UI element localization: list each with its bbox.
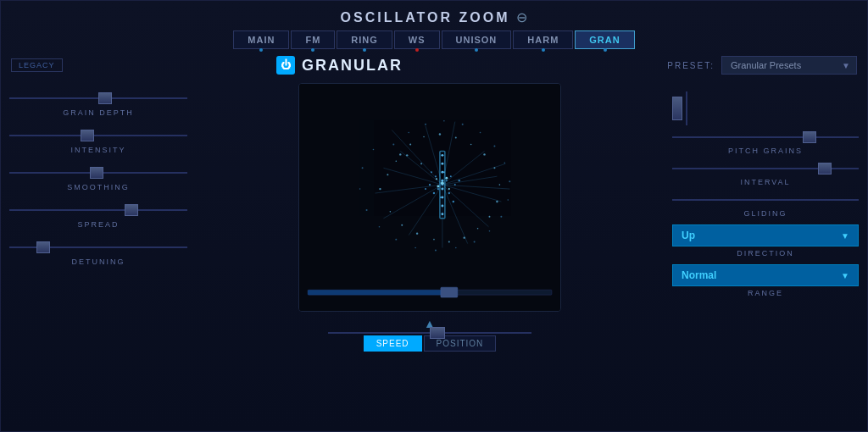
svg-point-4 xyxy=(450,175,452,177)
direction-dropdown-row: Up ▼ DIRECTION xyxy=(672,224,859,258)
tab-ring[interactable]: RING xyxy=(337,30,392,49)
svg-point-14 xyxy=(453,201,454,202)
viz-svg: // We'll draw this via SVG circles xyxy=(299,84,560,311)
pitch-grains-track xyxy=(672,136,859,138)
svg-point-63 xyxy=(455,247,457,249)
svg-point-85 xyxy=(441,171,443,174)
smoothing-thumb[interactable] xyxy=(90,167,103,179)
pitch-grains-row: PITCH GRAINS xyxy=(672,130,859,155)
grain-depth-thumb[interactable] xyxy=(98,92,112,104)
svg-point-7 xyxy=(429,184,431,186)
svg-point-84 xyxy=(441,163,443,165)
detuning-track xyxy=(9,246,187,248)
synth-name: GRANULAR xyxy=(302,57,403,75)
svg-point-72 xyxy=(462,124,464,125)
svg-point-80 xyxy=(448,188,450,190)
granular-visualizer: // We'll draw this via SVG circles xyxy=(298,83,561,312)
main-content: GRAIN DEPTH INTENSITY SMOOTHING xyxy=(1,80,867,431)
svg-point-58 xyxy=(366,209,368,211)
interval-row: INTERVAL xyxy=(672,162,859,186)
svg-point-47 xyxy=(493,167,495,169)
svg-point-48 xyxy=(483,153,485,155)
svg-point-61 xyxy=(415,247,416,249)
zoom-icon[interactable]: ⊖ xyxy=(516,9,527,25)
tab-dot-ring xyxy=(363,48,366,52)
tab-dot-gran xyxy=(604,48,607,52)
tab-harm[interactable]: HARM xyxy=(513,30,573,49)
preset-dropdown[interactable]: Granular Presets xyxy=(721,56,857,75)
svg-point-69 xyxy=(504,163,506,164)
preset-area: PRESET: Granular Presets ▼ xyxy=(667,56,857,75)
svg-rect-93 xyxy=(441,287,458,297)
svg-point-74 xyxy=(425,124,426,125)
spread-slider-container xyxy=(9,203,187,217)
grain-depth-label: GRAIN DEPTH xyxy=(63,108,134,117)
svg-point-66 xyxy=(500,216,502,218)
interval-thumb[interactable] xyxy=(818,163,832,174)
svg-point-41 xyxy=(448,241,450,243)
top-vert-thumb[interactable] xyxy=(672,97,682,120)
smoothing-label: SMOOTHING xyxy=(67,183,130,191)
svg-point-87 xyxy=(441,188,443,191)
direction-label: DIRECTION xyxy=(737,249,794,258)
range-dropdown-row: Normal ▼ RANGE xyxy=(672,264,859,297)
svg-rect-0 xyxy=(299,84,560,311)
svg-point-42 xyxy=(464,236,465,238)
pitch-grains-container xyxy=(672,130,859,144)
range-dropdown[interactable]: Normal ▼ xyxy=(672,264,859,286)
grain-depth-slider-container xyxy=(9,91,187,105)
gliding-row: GLIDING xyxy=(672,193,859,218)
power-button[interactable]: ⏻ xyxy=(276,56,295,75)
svg-point-53 xyxy=(409,143,411,145)
detuning-slider-container xyxy=(9,241,187,254)
svg-point-37 xyxy=(390,211,392,213)
svg-point-68 xyxy=(509,180,510,182)
spread-thumb[interactable] xyxy=(125,204,138,216)
speed-slider-thumb[interactable] xyxy=(430,327,445,339)
svg-point-49 xyxy=(470,144,472,146)
speed-slider xyxy=(328,332,531,334)
pitch-grains-thumb[interactable] xyxy=(803,131,816,143)
svg-point-36 xyxy=(379,188,381,190)
direction-dropdown[interactable]: Up ▼ xyxy=(672,224,859,246)
grain-depth-track xyxy=(9,97,187,99)
tab-dot-unison xyxy=(475,48,478,52)
legacy-button[interactable]: LEGACY xyxy=(11,58,63,72)
svg-point-59 xyxy=(379,226,381,228)
range-value: Normal xyxy=(682,269,716,281)
top-vert-track xyxy=(686,91,687,125)
svg-point-50 xyxy=(455,137,457,139)
svg-point-62 xyxy=(435,250,437,252)
svg-point-35 xyxy=(387,174,388,175)
tab-gran[interactable]: GRAN xyxy=(575,30,634,49)
tabs-row: MAIN FM RING WS UNISON HARM GRAN xyxy=(1,30,867,54)
tab-fm[interactable]: FM xyxy=(291,30,335,49)
tab-ws[interactable]: WS xyxy=(394,30,440,49)
intensity-thumb[interactable] xyxy=(81,130,94,141)
svg-point-60 xyxy=(395,239,397,241)
svg-point-46 xyxy=(499,184,501,186)
svg-point-73 xyxy=(443,120,445,122)
tab-main[interactable]: MAIN xyxy=(233,30,289,49)
spread-label: SPREAD xyxy=(77,220,119,229)
svg-point-79 xyxy=(437,186,439,188)
svg-point-32 xyxy=(420,163,422,164)
svg-point-78 xyxy=(445,177,448,180)
gliding-container xyxy=(672,193,859,207)
header: OSCILLATOR ZOOM ⊖ xyxy=(1,1,867,30)
preset-dropdown-wrapper: Granular Presets ▼ xyxy=(721,56,857,75)
intensity-slider-container xyxy=(9,129,187,142)
svg-point-40 xyxy=(433,239,435,241)
svg-point-33 xyxy=(406,154,408,156)
tab-unison[interactable]: UNISON xyxy=(442,30,512,49)
power-icon: ⏻ xyxy=(281,59,291,71)
interval-track xyxy=(672,168,859,169)
svg-point-54 xyxy=(399,153,401,155)
svg-point-71 xyxy=(480,132,481,134)
svg-point-77 xyxy=(441,181,444,185)
speed-button[interactable]: SPEED xyxy=(364,335,422,352)
grain-depth-row: GRAIN DEPTH xyxy=(9,91,187,117)
svg-point-90 xyxy=(441,213,443,215)
detuning-thumb[interactable] xyxy=(36,241,50,253)
svg-point-76 xyxy=(392,143,394,145)
